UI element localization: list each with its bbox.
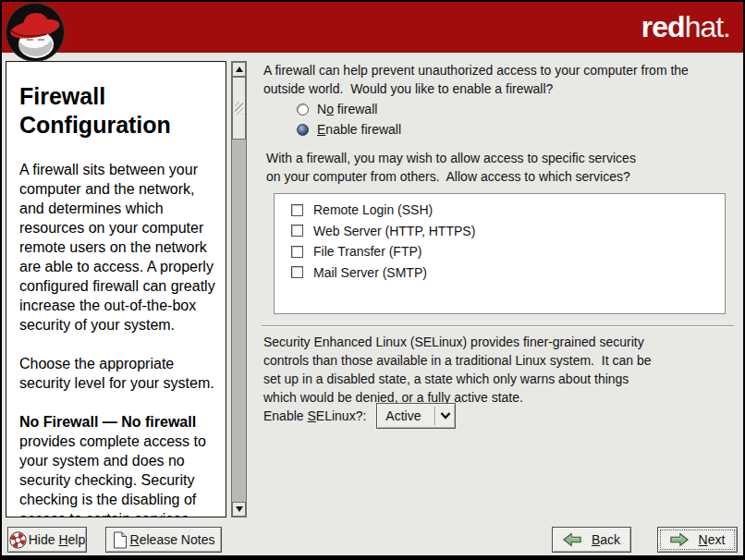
release-notes-label: Release Notes (130, 532, 215, 547)
service-row-web[interactable]: Web Server (HTTP, HTTPS) (291, 221, 725, 242)
scroll-down-icon (236, 506, 243, 512)
back-label: Back (592, 532, 620, 547)
services-list: Remote Login (SSH) Web Server (HTTP, HTT… (274, 193, 726, 314)
services-intro-line-2: on your computer from others. Allow acce… (266, 167, 636, 186)
radio-no-firewall-label: No firewall (317, 102, 377, 116)
intro-line-1: A firewall can help prevent unauthorized… (263, 61, 689, 79)
hide-help-button[interactable]: Hide Help (7, 527, 87, 553)
scroll-up-icon (236, 67, 243, 72)
radio-no-firewall[interactable]: No firewall (297, 102, 377, 116)
selinux-label: Enable SELinux?: (263, 408, 366, 423)
scrollbar-thumb[interactable] (232, 77, 246, 140)
service-label-web: Web Server (HTTP, HTTPS) (313, 224, 475, 238)
service-label-ftp: File Transfer (FTP) (313, 244, 421, 259)
help-paragraph-1: A firewall sits between your computer an… (19, 160, 216, 335)
document-icon (113, 531, 128, 549)
arrow-right-icon (670, 532, 689, 547)
scrollbar-up-button[interactable] (232, 62, 246, 77)
release-notes-button[interactable]: Release Notes (105, 527, 222, 553)
brand-hat: hat. (685, 10, 730, 43)
selinux-control-row: Enable SELinux?: Active (263, 403, 456, 429)
checkbox-remote-login-ssh[interactable] (291, 204, 303, 216)
help-panel: Firewall Configuration A firewall sits b… (6, 61, 226, 517)
radio-no-firewall-circle[interactable] (297, 103, 309, 116)
chevron-down-icon (435, 404, 455, 428)
next-button[interactable]: Next (657, 527, 738, 553)
help-scrollbar[interactable] (231, 61, 247, 517)
selinux-description: Security Enhanced Linux (SELinux) provid… (263, 333, 651, 407)
help-paragraph-3-rest: provides complete access to your system … (19, 433, 216, 517)
radio-enable-firewall-circle[interactable] (297, 124, 309, 136)
help-paragraph-3: No Firewall — No firewall provides compl… (19, 412, 216, 517)
service-row-smtp[interactable]: Mail Server (SMTP) (291, 262, 725, 284)
header-bar: redhat. (2, 2, 743, 53)
selinux-line-1: Security Enhanced Linux (SELinux) provid… (263, 333, 651, 351)
next-label: Next (699, 532, 726, 547)
checkbox-mail-server-smtp[interactable] (291, 266, 303, 278)
firewall-intro-text: A firewall can help prevent unauthorized… (263, 61, 689, 98)
hide-help-label: Hide Help (29, 532, 86, 547)
selinux-dropdown-value: Active (377, 404, 434, 428)
checkbox-web-server-http-https[interactable] (291, 225, 303, 237)
redhat-shadowman-logo-icon (5, 1, 66, 64)
services-intro-text: With a firewall, you may wish to allow a… (266, 149, 636, 186)
service-label-ssh: Remote Login (SSH) (313, 202, 433, 217)
help-paragraph-3-bold: No Firewall — No firewall (19, 414, 196, 430)
selinux-line-2: controls than those available in a tradi… (263, 351, 651, 370)
brand-red: red (641, 10, 685, 43)
selinux-dropdown[interactable]: Active (376, 403, 456, 429)
radio-enable-firewall-label: Enable firewall (317, 122, 401, 137)
services-intro-line-1: With a firewall, you may wish to allow a… (266, 149, 636, 167)
intro-line-2: outside world. Would you like to enable … (263, 79, 689, 98)
checkbox-file-transfer-ftp[interactable] (291, 246, 303, 258)
scrollbar-down-button[interactable] (232, 502, 246, 517)
help-paragraph-2: Choose the appropriate security level fo… (19, 354, 216, 393)
service-row-ssh[interactable]: Remote Login (SSH) (291, 200, 725, 221)
service-row-ftp[interactable]: File Transfer (FTP) (291, 241, 725, 262)
back-button[interactable]: Back (552, 527, 631, 553)
selinux-line-3: set up in a disabled state, a state whic… (263, 370, 651, 388)
help-title: Firewall Configuration (19, 82, 216, 140)
section-separator (262, 325, 734, 327)
redhat-wordmark: redhat. (641, 8, 730, 45)
radio-enable-firewall[interactable]: Enable firewall (297, 122, 401, 137)
arrow-left-icon (563, 532, 581, 547)
service-label-smtp: Mail Server (SMTP) (313, 265, 427, 280)
lifebuoy-icon (9, 531, 27, 549)
